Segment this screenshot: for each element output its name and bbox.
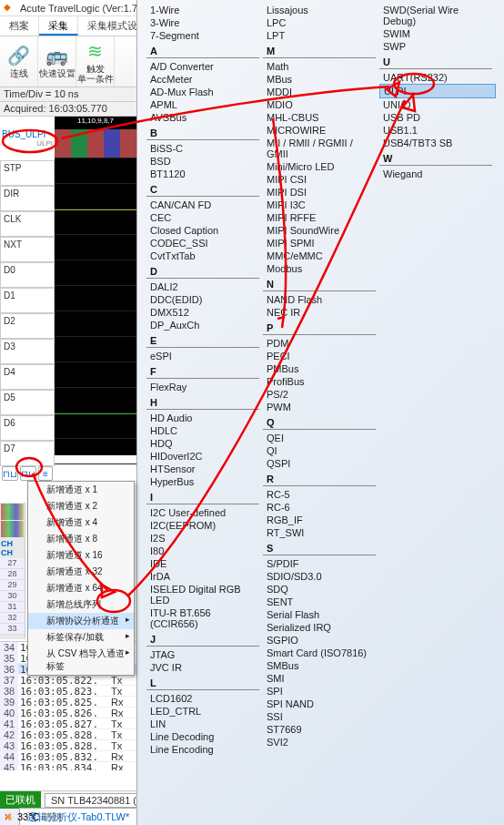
- protocol-item[interactable]: eSPI: [146, 350, 263, 362]
- protocol-item[interactable]: APML: [146, 98, 263, 111]
- protocol-item[interactable]: SWP: [379, 40, 496, 53]
- protocol-item[interactable]: MHL-CBUS: [263, 111, 379, 124]
- protocol-item[interactable]: PWM: [263, 401, 379, 413]
- menu-item[interactable]: 新增通道 x 8: [28, 531, 134, 547]
- protocol-item[interactable]: DDC(EDID): [146, 293, 263, 306]
- protocol-item[interactable]: RT_SWI: [263, 526, 379, 539]
- menu-item[interactable]: 标签保存/加载▸: [28, 629, 134, 646]
- protocol-item[interactable]: DP_AuxCh: [146, 319, 263, 331]
- protocol-item[interactable]: 1-Wire: [146, 4, 263, 16]
- protocol-item[interactable]: MIPI CSI: [263, 173, 379, 186]
- protocol-item[interactable]: Closed Caption: [146, 224, 263, 237]
- protocol-item[interactable]: RC-6: [263, 501, 379, 514]
- protocol-item[interactable]: MII / RMII / RGMII / GMII: [263, 137, 379, 160]
- protocol-item[interactable]: LCD1602: [146, 692, 263, 705]
- protocol-item[interactable]: Serial Flash: [263, 608, 379, 621]
- protocol-item[interactable]: HIDoverI2C: [146, 450, 263, 463]
- protocol-item[interactable]: HDLC: [146, 424, 263, 437]
- table-row[interactable]: 4416:03:05.832.Rx: [0, 751, 136, 762]
- protocol-item[interactable]: 3-Wire: [146, 16, 263, 29]
- table-row[interactable]: 3916:03:05.825.Rx: [0, 697, 136, 708]
- protocol-item[interactable]: SDIO/SD3.0: [263, 570, 379, 583]
- protocol-item[interactable]: QI: [263, 444, 379, 457]
- protocol-item[interactable]: QSPI: [263, 457, 379, 470]
- protocol-item[interactable]: HDQ: [146, 437, 263, 450]
- protocol-item[interactable]: ULPI: [379, 84, 496, 98]
- protocol-item[interactable]: MBus: [263, 73, 379, 86]
- protocol-item[interactable]: USB PD: [379, 111, 496, 124]
- protocol-item[interactable]: MICROWIRE: [263, 124, 379, 137]
- add-wave-icon[interactable]: ⊓⊔: [2, 466, 18, 481]
- protocol-item[interactable]: I2C User-defined: [146, 506, 263, 519]
- protocol-item[interactable]: USB1.1: [379, 124, 496, 137]
- menu-item[interactable]: 新增协议分析通道▸: [28, 613, 134, 629]
- signal-d4[interactable]: D4: [0, 364, 55, 390]
- signal-stp[interactable]: STP: [0, 160, 55, 186]
- protocol-item[interactable]: AD-Mux Flash: [146, 86, 263, 98]
- protocol-item[interactable]: RC-5: [263, 488, 379, 501]
- protocol-item[interactable]: SWIM: [379, 27, 496, 40]
- protocol-item[interactable]: NEC IR: [263, 306, 379, 319]
- connect-button[interactable]: 🔗 连线: [0, 36, 38, 87]
- protocol-item[interactable]: AccMeter: [146, 73, 263, 86]
- weather-overlay[interactable]: ☀ 33℃ 晴朗: [4, 809, 62, 825]
- tab-capture[interactable]: 采集: [39, 16, 78, 36]
- protocol-item[interactable]: BT1120: [146, 168, 263, 180]
- protocol-item[interactable]: MIPI SoundWire: [263, 224, 379, 237]
- bus-label[interactable]: BUS_ULPI ULPI: [2, 129, 53, 157]
- protocol-item[interactable]: Lissajous: [263, 4, 379, 16]
- menu-item[interactable]: 新增通道 x 2: [28, 498, 134, 514]
- protocol-item[interactable]: ISELED Digital RGB LED: [146, 583, 263, 606]
- protocol-item[interactable]: MIPI RFFE: [263, 211, 379, 224]
- protocol-item[interactable]: CAN/CAN FD: [146, 199, 263, 211]
- signal-d5[interactable]: D5: [0, 390, 55, 415]
- protocol-item[interactable]: LPT: [263, 29, 379, 42]
- protocol-item[interactable]: HyperBus: [146, 475, 263, 488]
- protocol-item[interactable]: RGB_IF: [263, 514, 379, 526]
- protocol-item[interactable]: ST7669: [263, 723, 379, 736]
- protocol-item[interactable]: LPC: [263, 16, 379, 29]
- signal-d2[interactable]: D2: [0, 313, 55, 339]
- protocol-item[interactable]: ProfiBus: [263, 375, 379, 388]
- protocol-item[interactable]: MDDI: [263, 86, 379, 98]
- protocol-item[interactable]: CODEC_SSI: [146, 237, 263, 250]
- protocol-item[interactable]: PMBus: [263, 362, 379, 375]
- signal-d0[interactable]: D0: [0, 262, 55, 288]
- protocol-item[interactable]: SPI: [263, 685, 379, 698]
- menu-item[interactable]: 从 CSV 档导入通道标签▸: [28, 646, 134, 675]
- protocol-item[interactable]: PDM: [263, 337, 379, 350]
- protocol-item[interactable]: I2S: [146, 532, 263, 545]
- protocol-item[interactable]: NAND Flash: [263, 293, 379, 306]
- protocol-item[interactable]: Wiegand: [379, 168, 496, 180]
- protocol-item[interactable]: MIPI I3C: [263, 199, 379, 211]
- protocol-item[interactable]: SSI: [263, 710, 379, 723]
- protocol-item[interactable]: SDQ: [263, 583, 379, 596]
- trigger-button[interactable]: ≋ 触发 单一条件: [76, 36, 115, 87]
- menu-item[interactable]: 新增通道 x 64: [28, 580, 134, 596]
- protocol-item[interactable]: S/PDIF: [263, 557, 379, 570]
- protocol-item[interactable]: BiSS-C: [146, 142, 263, 155]
- protocol-item[interactable]: Line Decoding: [146, 730, 263, 743]
- protocol-item[interactable]: 7-Segment: [146, 29, 263, 42]
- protocol-item[interactable]: MDIO: [263, 98, 379, 111]
- protocol-item[interactable]: QEI: [263, 432, 379, 444]
- protocol-item[interactable]: IrDA: [146, 570, 263, 583]
- menu-item[interactable]: 新增通道 x 16: [28, 547, 134, 564]
- protocol-item[interactable]: I2C(EEPROM): [146, 519, 263, 532]
- protocol-item[interactable]: USB4/TBT3 SB: [379, 137, 496, 149]
- table-row[interactable]: 4516:03:05.834.Rx: [0, 762, 136, 770]
- signal-d1[interactable]: D1: [0, 288, 55, 313]
- protocol-item[interactable]: MMC/eMMC: [263, 250, 379, 262]
- protocol-item[interactable]: SGPIO: [263, 634, 379, 647]
- protocol-item[interactable]: Smart Card (ISO7816): [263, 647, 379, 659]
- protocol-item[interactable]: SWD(Serial Wire Debug): [379, 4, 496, 27]
- waveform-area[interactable]: 11,10,9,8,7: [55, 117, 136, 455]
- quick-setup-button[interactable]: 🚌 快速设置: [38, 36, 76, 87]
- protocol-item[interactable]: SENT: [263, 596, 379, 608]
- protocol-item[interactable]: I80: [146, 545, 263, 557]
- signal-d3[interactable]: D3: [0, 339, 55, 364]
- tab-file[interactable]: 档案: [0, 16, 39, 36]
- protocol-item[interactable]: MIPI DSI: [263, 186, 379, 199]
- protocol-item[interactable]: AVSBus: [146, 111, 263, 124]
- protocol-item[interactable]: DMX512: [146, 306, 263, 319]
